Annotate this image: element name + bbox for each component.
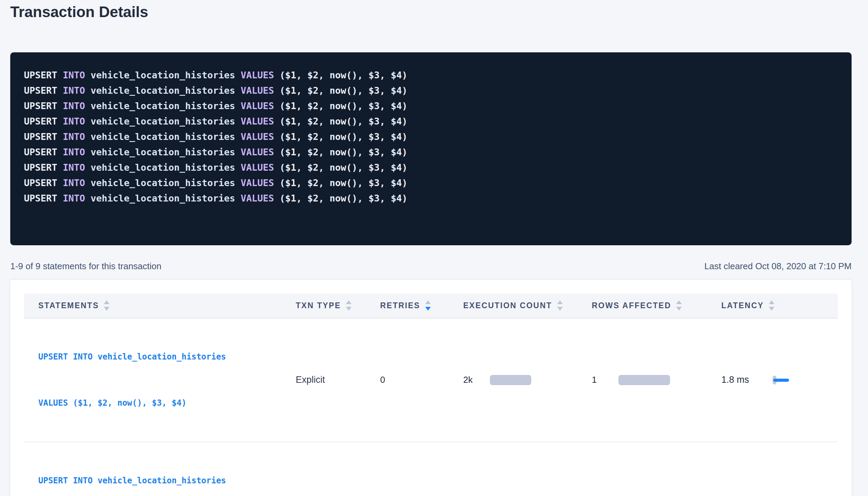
execution-count-value: 2k <box>463 375 484 385</box>
table-header-row: STATEMENTS TXN TYPE RETRIES EXECUTION CO… <box>24 293 838 318</box>
column-header-rows-affected[interactable]: ROWS AFFECTED <box>592 300 721 311</box>
column-header-label: EXECUTION COUNT <box>463 301 552 310</box>
txn-type-cell: Explicit <box>296 375 380 385</box>
sort-icon <box>346 300 351 311</box>
column-header-label: RETRIES <box>380 301 420 310</box>
sql-token-plain: ($1, $2, now(), $3, $4) <box>280 162 408 173</box>
sort-descending-icon <box>769 307 774 311</box>
execution-count-bar <box>490 375 531 385</box>
code-line: UPSERT INTO vehicle_location_histories V… <box>24 114 838 129</box>
sql-token-keyword: VALUES <box>241 178 280 188</box>
sql-token-keyword: VALUES <box>241 116 280 127</box>
sort-descending-icon <box>104 307 109 311</box>
sql-token-plain: ($1, $2, now(), $3, $4) <box>280 85 408 96</box>
statement-cell: UPSERT INTO vehicle_location_histories V… <box>24 442 296 496</box>
sql-token-plain: UPSERT <box>24 193 63 204</box>
sql-token-keyword: INTO <box>63 101 91 111</box>
column-header-txn-type[interactable]: TXN TYPE <box>296 300 380 311</box>
sql-token-keyword: INTO <box>63 162 91 173</box>
sql-token-plain: ($1, $2, now(), $3, $4) <box>280 101 408 111</box>
sql-token-table: vehicle_location_histories <box>91 101 241 111</box>
sql-token-keyword: VALUES <box>241 85 280 96</box>
column-header-retries[interactable]: RETRIES <box>380 300 463 311</box>
code-line: UPSERT INTO vehicle_location_histories V… <box>24 129 838 144</box>
sort-descending-icon <box>425 307 431 311</box>
rows-affected-bar <box>618 375 670 385</box>
statements-table-card: STATEMENTS TXN TYPE RETRIES EXECUTION CO… <box>10 280 852 496</box>
sql-token-keyword: VALUES <box>241 131 280 142</box>
sort-ascending-icon <box>346 300 351 304</box>
sort-descending-icon <box>346 307 351 311</box>
sql-token-keyword: VALUES <box>241 147 280 157</box>
sql-token-keyword: INTO <box>63 131 91 142</box>
summary-bar: 1-9 of 9 statements for this transaction… <box>10 261 852 272</box>
column-header-label: LATENCY <box>721 301 764 310</box>
latency-bar <box>773 379 789 382</box>
column-header-statements[interactable]: STATEMENTS <box>24 300 296 311</box>
sql-code-lines: UPSERT INTO vehicle_location_histories V… <box>24 67 838 206</box>
sql-token-table: vehicle_location_histories <box>91 85 241 96</box>
sort-descending-icon <box>676 307 682 311</box>
table-row: UPSERT INTO vehicle_location_histories V… <box>24 442 838 496</box>
transaction-details-page: Transaction Details UPSERT INTO vehicle_… <box>0 0 868 496</box>
code-line: UPSERT INTO vehicle_location_histories V… <box>24 144 838 160</box>
sort-ascending-icon <box>557 300 563 304</box>
sql-token-plain: ($1, $2, now(), $3, $4) <box>280 193 408 204</box>
sql-token-plain: UPSERT <box>24 178 63 188</box>
column-header-execution-count[interactable]: EXECUTION COUNT <box>463 300 592 311</box>
sort-icon <box>557 300 563 311</box>
latency-cell: 1.8 ms <box>721 375 838 386</box>
sql-token-plain: ($1, $2, now(), $3, $4) <box>280 178 408 188</box>
sql-token-table: vehicle_location_histories <box>91 162 241 173</box>
execution-count-cell: 2k <box>463 375 592 385</box>
sql-token-plain: ($1, $2, now(), $3, $4) <box>280 147 408 157</box>
sort-descending-icon <box>557 307 563 311</box>
code-line: UPSERT INTO vehicle_location_histories V… <box>24 98 838 114</box>
sort-icon <box>425 300 431 311</box>
sql-token-plain: UPSERT <box>24 70 63 80</box>
retries-cell: 0 <box>380 375 463 385</box>
sql-token-table: vehicle_location_histories <box>91 116 241 127</box>
latency-chart <box>773 375 803 386</box>
sql-token-table: vehicle_location_histories <box>91 178 241 188</box>
sql-token-plain: UPSERT <box>24 101 63 111</box>
page-title: Transaction Details <box>10 3 858 21</box>
sql-token-plain: UPSERT <box>24 116 63 127</box>
sort-icon <box>769 300 774 311</box>
sql-token-plain: UPSERT <box>24 162 63 173</box>
sql-token-plain: UPSERT <box>24 131 63 142</box>
sql-token-keyword: VALUES <box>241 162 280 173</box>
sql-token-plain: ($1, $2, now(), $3, $4) <box>280 70 408 80</box>
code-line: UPSERT INTO vehicle_location_histories V… <box>24 175 838 191</box>
sql-token-plain: ($1, $2, now(), $3, $4) <box>280 116 408 127</box>
sql-token-table: vehicle_location_histories <box>91 131 241 142</box>
sort-ascending-icon <box>769 300 774 304</box>
sql-token-keyword: INTO <box>63 70 91 80</box>
table-body: UPSERT INTO vehicle_location_histories V… <box>24 318 838 496</box>
last-cleared-text: Last cleared Oct 08, 2020 at 7:10 PM <box>704 261 852 272</box>
sql-token-plain: UPSERT <box>24 147 63 157</box>
code-line: UPSERT INTO vehicle_location_histories V… <box>24 191 838 206</box>
code-line: UPSERT INTO vehicle_location_histories V… <box>24 83 838 98</box>
statement-line-1: UPSERT INTO vehicle_location_histories <box>38 473 296 488</box>
statement-line-2: VALUES ($1, $2, now(), $3, $4) <box>38 395 296 411</box>
statement-cell: UPSERT INTO vehicle_location_histories V… <box>24 318 296 442</box>
sql-token-table: vehicle_location_histories <box>91 147 241 157</box>
sort-ascending-icon <box>425 300 431 304</box>
code-line: UPSERT INTO vehicle_location_histories V… <box>24 160 838 175</box>
statement-link[interactable]: UPSERT INTO vehicle_location_histories V… <box>38 442 296 496</box>
statement-link[interactable]: UPSERT INTO vehicle_location_histories V… <box>38 318 296 442</box>
sql-token-keyword: VALUES <box>241 193 280 204</box>
rows-affected-value: 1 <box>592 375 613 385</box>
sql-token-keyword: INTO <box>63 85 91 96</box>
statements-count-text: 1-9 of 9 statements for this transaction <box>10 261 161 272</box>
column-header-label: TXN TYPE <box>296 301 341 310</box>
code-line: UPSERT INTO vehicle_location_histories V… <box>24 67 838 83</box>
sql-token-keyword: INTO <box>63 116 91 127</box>
column-header-latency[interactable]: LATENCY <box>721 300 838 311</box>
sql-token-keyword: VALUES <box>241 70 280 80</box>
column-header-label: STATEMENTS <box>38 301 99 310</box>
sql-token-keyword: INTO <box>63 147 91 157</box>
latency-value: 1.8 ms <box>721 375 773 385</box>
sql-token-table: vehicle_location_histories <box>91 193 241 204</box>
